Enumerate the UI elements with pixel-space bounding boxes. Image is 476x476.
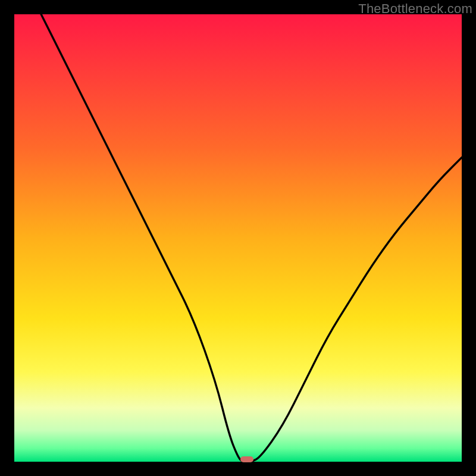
watermark-text: TheBottleneck.com (358, 1, 472, 17)
optimum-marker (240, 456, 253, 462)
chart-frame: TheBottleneck.com (0, 0, 476, 476)
bottleneck-curve (14, 14, 462, 462)
plot-area (14, 14, 462, 462)
